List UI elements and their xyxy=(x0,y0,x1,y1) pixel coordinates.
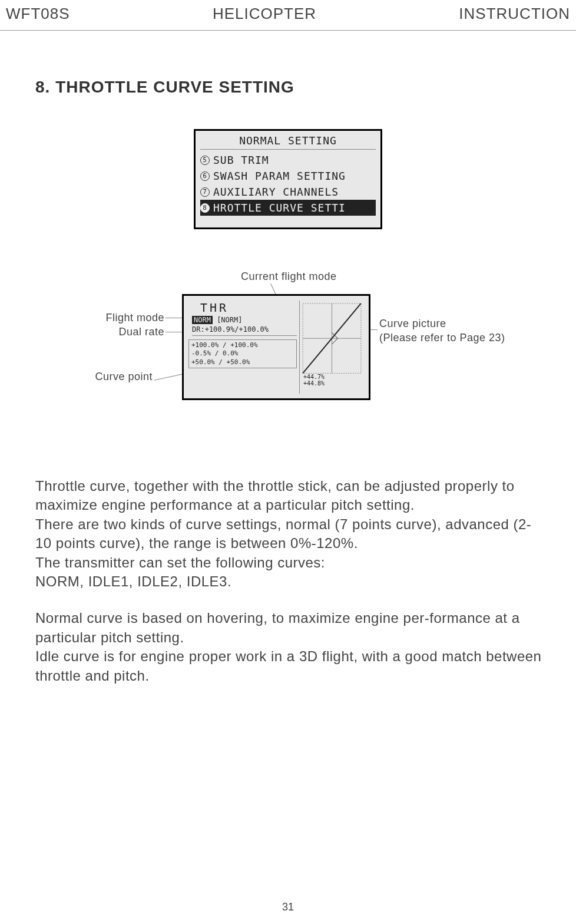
section-title: 8. THROTTLE CURVE SETTING xyxy=(35,78,576,97)
lcd-menu-title: NORMAL SETTING xyxy=(200,134,376,150)
paragraph: Throttle curve, together with the thrott… xyxy=(35,477,547,515)
lcd-point-row: +50.0% / +50.0% xyxy=(191,358,294,367)
paragraph: NORM, IDLE1, IDLE2, IDLE3. xyxy=(35,572,547,591)
lcd-item-label: HROTTLE CURVE SETTI xyxy=(213,202,346,214)
lcd-menu-item: 6 SWASH PARAM SETTING xyxy=(200,168,376,184)
paragraph: There are two kinds of curve settings, n… xyxy=(35,515,547,553)
paragraph: Idle curve is for engine proper work in … xyxy=(35,647,547,685)
lcd-mode-rest: [NORM] xyxy=(217,316,242,324)
lcd-item-number: 5 xyxy=(200,156,210,165)
label-dual-rate: Dual rate xyxy=(94,326,164,338)
header-right: INSTRUCTION xyxy=(459,5,570,23)
lcd-menu-item: 5 SUB TRIM xyxy=(200,152,376,168)
lcd-detail-title: THR xyxy=(200,301,297,315)
label-curve-picture: Curve picture xyxy=(379,318,446,330)
lcd-item-number: 7 xyxy=(200,187,210,197)
lcd-mode-row: NORM [NORM] xyxy=(192,316,297,324)
label-current-flight-mode: Current flight mode xyxy=(241,270,337,283)
lcd-menu-item: 7 AUXILIARY CHANNELS xyxy=(200,184,376,200)
lcd-curve-graph: +44.7% +44.8% xyxy=(299,301,364,394)
paragraph: The transmitter can set the following cu… xyxy=(35,553,547,572)
paragraph: Normal curve is based on hovering, to ma… xyxy=(35,609,547,647)
lcd-mode-highlight: NORM xyxy=(192,316,213,324)
lcd-points-box: +100.0% / +100.0% -0.5% / 0.0% +50.0% / … xyxy=(188,339,297,368)
lcd-dr-row: DR:+100.9%/+100.0% xyxy=(192,325,297,336)
lcd-point-row: -0.5% / 0.0% xyxy=(191,349,294,358)
body-text: Throttle curve, together with the thrott… xyxy=(35,477,547,685)
lcd-menu-item-highlighted: 8 HROTTLE CURVE SETTI xyxy=(200,200,376,216)
page-number: 31 xyxy=(0,901,576,913)
label-refer-page: (Please refer to Page 23) xyxy=(379,332,505,344)
lcd-graph-value: +44.8% xyxy=(303,380,325,387)
lcd-item-number: 8 xyxy=(200,203,210,213)
label-flight-mode: Flight mode xyxy=(94,312,164,324)
lcd-item-label: AUXILIARY CHANNELS xyxy=(213,186,339,198)
header-center: HELICOPTER xyxy=(213,5,316,23)
lcd-menu-screenshot: NORMAL SETTING 5 SUB TRIM 6 SWASH PARAM … xyxy=(194,129,382,229)
page-header: WFT08S HELICOPTER INSTRUCTION xyxy=(0,0,576,31)
lcd-point-row: +100.0% / +100.0% xyxy=(191,341,294,349)
label-curve-point: Curve point xyxy=(82,371,153,383)
header-left: WFT08S xyxy=(6,5,70,23)
lcd-graph-value: +44.7% xyxy=(303,374,325,380)
lcd-detail-screenshot: THR NORM [NORM] DR:+100.9%/+100.0% +100.… xyxy=(182,294,370,400)
leader-line xyxy=(154,373,186,380)
annotated-diagram: Current flight mode Flight mode Dual rat… xyxy=(35,270,541,424)
lcd-item-number: 6 xyxy=(200,171,210,181)
lcd-item-label: SUB TRIM xyxy=(213,154,269,166)
lcd-item-label: SWASH PARAM SETTING xyxy=(213,170,346,182)
svg-line-5 xyxy=(332,338,338,344)
